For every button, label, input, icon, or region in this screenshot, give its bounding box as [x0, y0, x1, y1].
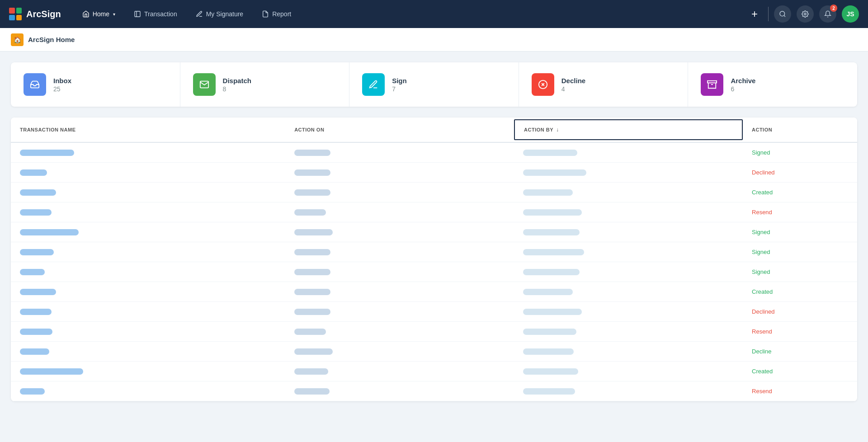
td-action[interactable]: Declined — [743, 163, 857, 182]
nav-item-report[interactable]: Report — [254, 6, 298, 22]
table-row[interactable]: Declined — [11, 163, 857, 183]
table-row[interactable]: Created — [11, 183, 857, 202]
action-by-skeleton — [523, 348, 574, 355]
transaction-name-skeleton — [20, 189, 56, 196]
app-name: ArcSign — [26, 9, 61, 19]
action-by-skeleton — [523, 289, 573, 295]
table-row[interactable]: Resend — [11, 381, 857, 401]
notifications-button[interactable]: 2 — [819, 5, 836, 23]
table-row[interactable]: Created — [11, 362, 857, 381]
td-action-by — [514, 362, 743, 381]
action-status[interactable]: Created — [752, 288, 773, 295]
stat-card-inbox[interactable]: Inbox 25 — [11, 62, 180, 107]
stat-card-dispatch[interactable]: Dispatch 8 — [180, 62, 350, 107]
stat-card-archive[interactable]: Archive 6 — [688, 62, 857, 107]
table-body: Signed Declined Created — [11, 143, 857, 401]
settings-button[interactable] — [797, 5, 814, 23]
td-action[interactable]: Created — [743, 362, 857, 381]
svg-point-4 — [804, 13, 806, 15]
action-status[interactable]: Decline — [752, 348, 771, 355]
table-row[interactable]: Signed — [11, 143, 857, 163]
action-status[interactable]: Resend — [752, 209, 772, 216]
logo-area[interactable]: ArcSign — [9, 8, 61, 20]
action-on-skeleton — [294, 229, 333, 235]
td-transaction-name — [11, 263, 285, 282]
td-action[interactable]: Created — [743, 183, 857, 202]
td-action[interactable]: Signed — [743, 242, 857, 262]
action-by-skeleton — [523, 150, 577, 156]
col-action: ACTION — [743, 118, 857, 142]
transaction-name-skeleton — [20, 249, 54, 255]
report-nav-label: Report — [272, 10, 291, 18]
td-transaction-name — [11, 282, 285, 301]
td-transaction-name — [11, 322, 285, 341]
svg-line-3 — [784, 15, 785, 17]
action-on-skeleton — [294, 329, 326, 335]
table-row[interactable]: Decline — [11, 342, 857, 362]
action-status[interactable]: Signed — [752, 249, 770, 255]
td-action[interactable]: Created — [743, 282, 857, 301]
td-action[interactable]: Signed — [743, 222, 857, 242]
inbox-info: Inbox 25 — [53, 77, 71, 93]
td-action[interactable]: Declined — [743, 302, 857, 321]
user-avatar[interactable]: JS — [842, 5, 859, 23]
action-status[interactable]: Declined — [752, 308, 775, 315]
transaction-name-skeleton — [20, 329, 52, 335]
td-action-on — [285, 282, 514, 301]
nav-item-my-signature[interactable]: My Signature — [188, 6, 250, 22]
td-action-on — [285, 183, 514, 202]
td-action-on — [285, 362, 514, 381]
home-icon — [82, 10, 90, 18]
action-on-skeleton — [294, 309, 330, 315]
table-row[interactable]: Resend — [11, 322, 857, 342]
signature-icon — [195, 10, 203, 18]
action-status[interactable]: Signed — [752, 229, 770, 235]
td-action[interactable]: Resend — [743, 322, 857, 341]
action-by-skeleton — [523, 189, 573, 196]
action-on-skeleton — [294, 269, 330, 275]
add-button[interactable]: + — [746, 6, 763, 22]
td-action[interactable]: Signed — [743, 262, 857, 282]
td-action-on — [285, 302, 514, 321]
transaction-name-skeleton — [20, 209, 52, 216]
action-status[interactable]: Created — [752, 189, 773, 196]
nav-item-transaction[interactable]: Transaction — [126, 6, 184, 22]
action-status[interactable]: Signed — [752, 149, 770, 156]
stat-card-sign[interactable]: Sign 7 — [349, 62, 519, 107]
col-action-by[interactable]: ACTION BY ↓ — [514, 119, 743, 140]
action-on-skeleton — [294, 368, 328, 375]
action-by-skeleton — [523, 329, 576, 335]
main-content: Inbox 25 Dispatch 8 Sig — [0, 52, 868, 412]
nav-item-home[interactable]: Home ▾ — [75, 6, 123, 22]
td-transaction-name — [11, 143, 285, 162]
table-row[interactable]: Resend — [11, 202, 857, 222]
archive-label: Archive — [731, 77, 755, 85]
sign-info: Sign 7 — [392, 77, 407, 93]
action-status[interactable]: Resend — [752, 388, 772, 395]
td-action[interactable]: Decline — [743, 342, 857, 361]
action-status[interactable]: Created — [752, 368, 773, 375]
td-action[interactable]: Signed — [743, 143, 857, 162]
action-status[interactable]: Signed — [752, 268, 770, 275]
action-on-skeleton — [294, 150, 330, 156]
table-row[interactable]: Created — [11, 282, 857, 302]
transaction-name-skeleton — [20, 309, 52, 315]
table-row[interactable]: Signed — [11, 242, 857, 262]
td-transaction-name — [11, 302, 285, 321]
stat-card-decline[interactable]: Decline 4 — [519, 62, 689, 107]
action-on-skeleton — [294, 348, 333, 355]
action-by-skeleton — [523, 169, 586, 176]
table-row[interactable]: Signed — [11, 262, 857, 282]
td-action-by — [514, 163, 743, 182]
action-status[interactable]: Declined — [752, 169, 775, 176]
table-row[interactable]: Declined — [11, 302, 857, 322]
action-status[interactable]: Resend — [752, 328, 772, 335]
search-button[interactable] — [774, 5, 791, 23]
dispatch-icon — [193, 73, 216, 96]
signature-nav-label: My Signature — [206, 10, 243, 18]
td-action[interactable]: Resend — [743, 381, 857, 401]
td-action[interactable]: Resend — [743, 202, 857, 222]
transaction-name-skeleton — [20, 150, 74, 156]
table-row[interactable]: Signed — [11, 222, 857, 242]
breadcrumb-bar: 🏠 ArcSign Home — [0, 28, 868, 52]
